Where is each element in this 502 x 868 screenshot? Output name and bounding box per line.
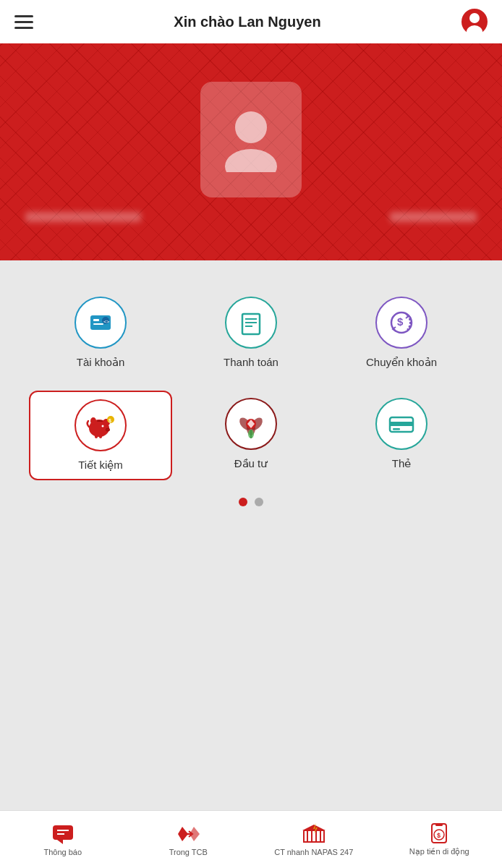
svg-rect-25 bbox=[99, 435, 102, 438]
nav-label-nap-tien: Nạp tiền di động bbox=[409, 847, 469, 856]
header: Xin chào Lan Nguyen bbox=[0, 0, 502, 43]
menu-item-the[interactable]: Thẻ bbox=[330, 391, 473, 480]
menu-item-thanh-toan[interactable]: Thanh toán bbox=[179, 289, 323, 376]
banner-balance bbox=[390, 212, 477, 222]
savings-icon-circle: $ bbox=[75, 399, 127, 451]
menu-label-tai-khoan: Tài khoản bbox=[77, 356, 125, 369]
svg-rect-6 bbox=[93, 319, 99, 321]
svg-point-20 bbox=[106, 428, 110, 432]
svg-rect-36 bbox=[390, 422, 413, 426]
account-icon-circle: <> bbox=[75, 297, 127, 349]
message-icon bbox=[50, 823, 76, 845]
svg-point-18 bbox=[90, 417, 96, 425]
pagination-dots bbox=[14, 498, 488, 506]
invest-icon-circle bbox=[225, 398, 277, 450]
svg-rect-37 bbox=[393, 428, 400, 430]
menu-label-tiet-kiem: Tiết kiệm bbox=[78, 459, 123, 472]
nav-item-thong-bao[interactable]: Thông báo bbox=[0, 823, 126, 856]
feature-grid: <> Tài khoản Thanh toán $ bbox=[14, 282, 488, 480]
svg-text:$: $ bbox=[109, 418, 111, 424]
bottom-navigation: Thông báo Trong TCB bbox=[0, 810, 502, 868]
nav-label-trong-tcb: Trong TCB bbox=[169, 848, 208, 856]
svg-rect-10 bbox=[242, 314, 260, 334]
dot-2[interactable] bbox=[255, 498, 263, 506]
nav-item-napas[interactable]: CT nhanh NAPAS 247 bbox=[251, 823, 377, 856]
tcb-icon bbox=[175, 823, 201, 845]
svg-text:$: $ bbox=[397, 315, 404, 328]
svg-rect-54 bbox=[435, 824, 443, 826]
main-content: <> Tài khoản Thanh toán $ bbox=[0, 260, 502, 521]
svg-rect-38 bbox=[53, 825, 73, 840]
banner-account-info bbox=[25, 212, 477, 222]
profile-avatar-button[interactable] bbox=[461, 9, 488, 35]
nav-label-napas: CT nhanh NAPAS 247 bbox=[274, 848, 353, 856]
mobile-topup-icon: $ bbox=[426, 822, 452, 844]
card-icon bbox=[387, 409, 416, 438]
svg-rect-7 bbox=[93, 323, 103, 325]
banner-account-number bbox=[25, 212, 141, 222]
menu-item-dau-tu[interactable]: Đầu tư bbox=[179, 391, 323, 480]
invest-icon bbox=[235, 408, 267, 440]
nav-item-trong-tcb[interactable]: Trong TCB bbox=[126, 823, 252, 856]
svg-point-21 bbox=[106, 429, 107, 430]
svg-rect-24 bbox=[95, 435, 98, 438]
nav-item-nap-tien[interactable]: $ Nạp tiền di động bbox=[377, 822, 503, 856]
payment-icon-circle bbox=[225, 297, 277, 349]
header-title: Xin chào Lan Nguyen bbox=[174, 14, 320, 30]
svg-text:$: $ bbox=[437, 832, 441, 839]
svg-rect-23 bbox=[97, 420, 103, 422]
svg-point-1 bbox=[469, 13, 480, 23]
svg-point-4 bbox=[225, 149, 277, 172]
menu-label-the: Thẻ bbox=[392, 457, 412, 470]
menu-label-chuyen-khoan: Chuyển khoản bbox=[366, 356, 437, 369]
nav-label-thong-bao: Thông báo bbox=[43, 848, 82, 856]
svg-point-3 bbox=[235, 111, 267, 143]
payment-icon bbox=[238, 310, 264, 336]
transfer-icon-circle: $ bbox=[375, 297, 427, 349]
menu-label-dau-tu: Đầu tư bbox=[234, 457, 268, 470]
dot-1[interactable] bbox=[239, 498, 247, 506]
menu-item-tiet-kiem[interactable]: $ Tiết kiệm bbox=[29, 391, 172, 480]
menu-item-chuyen-khoan[interactable]: $ Chuyển khoản bbox=[330, 289, 473, 376]
svg-marker-43 bbox=[190, 827, 200, 841]
menu-label-thanh-toan: Thanh toán bbox=[224, 356, 278, 368]
svg-marker-39 bbox=[57, 840, 63, 844]
profile-banner bbox=[0, 43, 502, 260]
savings-icon: $ bbox=[85, 409, 116, 441]
svg-point-19 bbox=[102, 425, 104, 427]
card-icon-circle bbox=[375, 398, 427, 450]
user-silhouette-icon bbox=[222, 107, 280, 172]
banner-avatar-card bbox=[200, 82, 302, 197]
napas-icon bbox=[301, 823, 327, 845]
account-icon: <> bbox=[88, 310, 114, 336]
menu-item-tai-khoan[interactable]: <> Tài khoản bbox=[29, 289, 172, 376]
menu-button[interactable] bbox=[14, 15, 33, 29]
svg-text:<>: <> bbox=[103, 319, 109, 325]
svg-point-22 bbox=[108, 429, 109, 430]
transfer-icon: $ bbox=[387, 308, 416, 337]
